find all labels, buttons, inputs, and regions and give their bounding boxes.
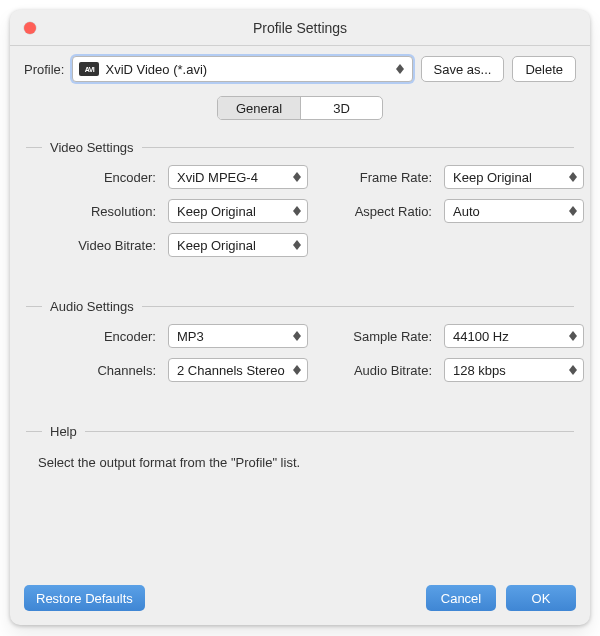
- footer: Restore Defaults Cancel OK: [10, 573, 590, 625]
- titlebar: Profile Settings: [10, 10, 590, 46]
- resolution-label: Resolution:: [30, 204, 160, 219]
- sample-rate-label: Sample Rate:: [316, 329, 436, 344]
- audio-settings-grid: Encoder: MP3 Sample Rate: 44100 Hz Chann…: [26, 324, 574, 382]
- video-settings-grid: Encoder: XviD MPEG-4 Frame Rate: Keep Or…: [26, 165, 574, 257]
- aspect-ratio-label: Aspect Ratio:: [316, 204, 436, 219]
- chevron-updown-icon: [293, 172, 301, 182]
- chevron-updown-icon: [396, 64, 404, 74]
- help-text: Select the output format from the "Profi…: [26, 449, 574, 476]
- tab-general[interactable]: General: [218, 97, 300, 119]
- frame-rate-select[interactable]: Keep Original: [444, 165, 584, 189]
- profile-settings-window: Profile Settings Profile: AVI XviD Video…: [10, 10, 590, 625]
- audio-settings-header: Audio Settings: [26, 299, 574, 314]
- resolution-select[interactable]: Keep Original: [168, 199, 308, 223]
- sample-rate-select[interactable]: 44100 Hz: [444, 324, 584, 348]
- audio-settings-title: Audio Settings: [42, 299, 142, 314]
- save-as-button[interactable]: Save as...: [421, 56, 505, 82]
- channels-label: Channels:: [30, 363, 160, 378]
- chevron-updown-icon: [293, 240, 301, 250]
- chevron-updown-icon: [293, 365, 301, 375]
- restore-defaults-button[interactable]: Restore Defaults: [24, 585, 145, 611]
- chevron-updown-icon: [293, 331, 301, 341]
- window-title: Profile Settings: [253, 20, 347, 36]
- profile-select[interactable]: AVI XviD Video (*.avi): [72, 56, 412, 82]
- chevron-updown-icon: [569, 206, 577, 216]
- chevron-updown-icon: [569, 365, 577, 375]
- video-encoder-select[interactable]: XviD MPEG-4: [168, 165, 308, 189]
- audio-bitrate-select[interactable]: 128 kbps: [444, 358, 584, 382]
- channels-select[interactable]: 2 Channels Stereo: [168, 358, 308, 382]
- help-header: Help: [26, 424, 574, 439]
- ok-button[interactable]: OK: [506, 585, 576, 611]
- video-settings-title: Video Settings: [42, 140, 142, 155]
- video-encoder-label: Encoder:: [30, 170, 160, 185]
- chevron-updown-icon: [293, 206, 301, 216]
- audio-bitrate-label: Audio Bitrate:: [316, 363, 436, 378]
- tab-3d[interactable]: 3D: [300, 97, 382, 119]
- audio-encoder-select[interactable]: MP3: [168, 324, 308, 348]
- audio-encoder-label: Encoder:: [30, 329, 160, 344]
- tab-row: General 3D: [26, 92, 574, 134]
- profile-label: Profile:: [24, 62, 64, 77]
- close-icon[interactable]: [24, 22, 36, 34]
- chevron-updown-icon: [569, 172, 577, 182]
- frame-rate-label: Frame Rate:: [316, 170, 436, 185]
- tab-segmented-control: General 3D: [217, 96, 383, 120]
- chevron-updown-icon: [569, 331, 577, 341]
- avi-file-icon: AVI: [79, 62, 99, 76]
- video-bitrate-label: Video Bitrate:: [30, 238, 160, 253]
- content-area: General 3D Video Settings Encoder: XviD …: [10, 92, 590, 573]
- aspect-ratio-select[interactable]: Auto: [444, 199, 584, 223]
- delete-button[interactable]: Delete: [512, 56, 576, 82]
- profile-row: Profile: AVI XviD Video (*.avi) Save as.…: [10, 46, 590, 92]
- cancel-button[interactable]: Cancel: [426, 585, 496, 611]
- profile-select-value: XviD Video (*.avi): [105, 62, 389, 77]
- help-title: Help: [42, 424, 85, 439]
- video-settings-header: Video Settings: [26, 140, 574, 155]
- video-bitrate-select[interactable]: Keep Original: [168, 233, 308, 257]
